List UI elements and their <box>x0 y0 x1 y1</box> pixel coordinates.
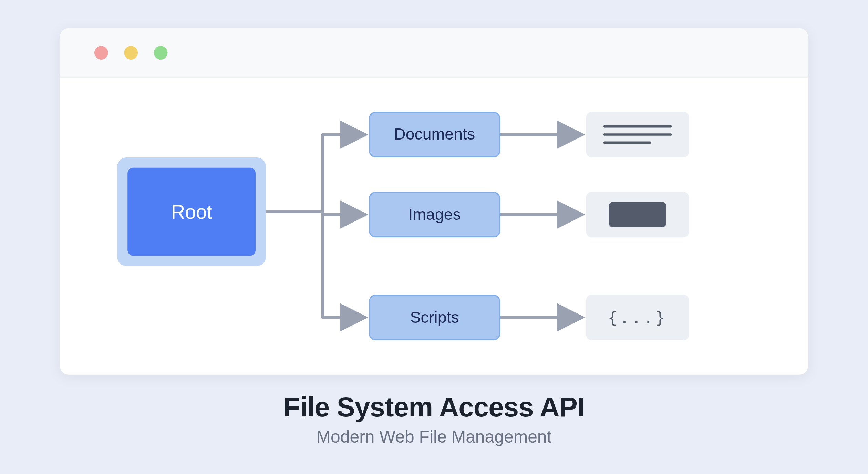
image-file-icon <box>586 192 689 237</box>
script-file-icon: {...} <box>586 295 689 340</box>
folder-node-scripts: Scripts <box>369 295 500 340</box>
folder-label: Documents <box>394 125 475 143</box>
text-lines-icon <box>603 125 672 143</box>
window-close-icon <box>94 45 108 59</box>
diagram-wrapper: Root Documents Images Scripts <box>1 28 868 447</box>
folder-label: Images <box>408 205 461 224</box>
text-file-icon <box>586 112 689 157</box>
window-titlebar <box>60 28 808 77</box>
folder-node-images: Images <box>369 192 500 237</box>
caption: File System Access API Modern Web File M… <box>1 391 868 446</box>
caption-subtitle: Modern Web File Management <box>1 427 868 446</box>
folder-node-documents: Documents <box>369 112 500 157</box>
browser-window: Root Documents Images Scripts <box>60 28 809 375</box>
window-maximize-icon <box>154 45 168 59</box>
root-node-inner: Root <box>127 167 256 256</box>
caption-title: File System Access API <box>1 391 868 422</box>
code-braces-icon: {...} <box>608 308 667 327</box>
root-label: Root <box>171 200 212 223</box>
window-minimize-icon <box>124 45 138 59</box>
folder-label: Scripts <box>410 308 459 327</box>
root-node: Root <box>117 157 266 266</box>
diagram-canvas: Root Documents Images Scripts <box>60 77 808 374</box>
image-block-icon <box>609 202 666 227</box>
